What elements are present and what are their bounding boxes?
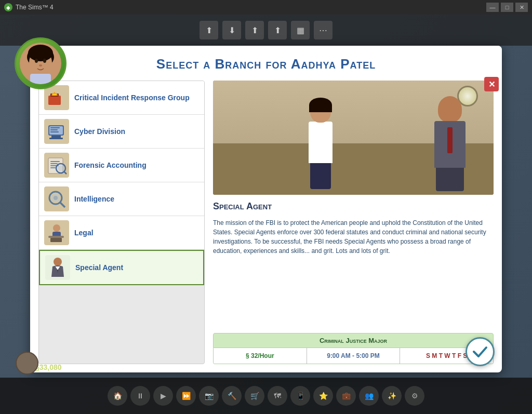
detail-info: Criminal Justice Major § 32/Hour 9:00 AM…: [213, 333, 494, 364]
svg-point-25: [58, 165, 64, 171]
branch-label-special-agent: Special Agent: [75, 263, 123, 272]
svg-rect-36: [50, 238, 62, 242]
svg-rect-6: [30, 74, 51, 84]
detail-description-text: The mission of the FBI is to protect the…: [213, 218, 494, 256]
bottom-btn-skills[interactable]: ⭐: [313, 386, 333, 406]
branch-list: Critical Incident Response Group: [38, 81, 205, 364]
female-hair: [309, 98, 332, 112]
detail-major: Criminal Justice Major: [213, 333, 494, 348]
branch-item-legal[interactable]: Legal: [39, 216, 204, 250]
branch-item-cyber-division[interactable]: Cyber Division: [39, 115, 204, 149]
modal-close-button[interactable]: ✕: [484, 77, 499, 91]
female-character: [309, 100, 332, 189]
game-bottom-bar: 🏠 ⏸ ▶ ⏩ 📷 🔨 🛒 🗺 📱 ⭐ 💼 👥 ✨ ⚙: [0, 378, 532, 414]
modal-title: Select a Branch for Aadhya Patel: [43, 56, 489, 72]
toolbar-btn-3[interactable]: ⬆: [245, 21, 264, 39]
money-display: §33,080: [35, 363, 62, 371]
toolbar-btn-6[interactable]: ⋯: [314, 21, 332, 39]
bottom-btn-aspiration[interactable]: ✨: [382, 386, 402, 406]
branch-selection-modal: Select a Branch for Aadhya Patel Critica…: [30, 46, 502, 372]
branch-item-critical-incident[interactable]: Critical Incident Response Group: [39, 81, 204, 115]
stat-hours: 9:00 AM - 5:00 PM: [307, 348, 401, 364]
svg-point-31: [54, 196, 58, 200]
female-head: [310, 100, 331, 123]
branch-label-legal: Legal: [74, 229, 94, 237]
branch-label-forensic: Forensic Accounting: [74, 161, 147, 169]
svg-point-5: [39, 64, 42, 66]
app-icon: ◆: [4, 3, 12, 11]
detail-image: [213, 81, 494, 195]
confirm-button[interactable]: [466, 337, 495, 366]
toolbar-btn-2[interactable]: ⬇: [222, 21, 241, 39]
branch-icon-forensic: [44, 153, 69, 178]
svg-point-4: [43, 59, 46, 63]
avatar-face: [20, 43, 61, 84]
bottom-btn-phone[interactable]: 📱: [290, 386, 310, 406]
svg-rect-17: [50, 131, 59, 132]
scene-background: [213, 81, 494, 195]
branch-item-forensic-accounting[interactable]: Forensic Accounting: [39, 149, 204, 182]
close-button[interactable]: ✕: [515, 3, 528, 12]
detail-title-text: Special Agent: [213, 201, 494, 212]
detail-stats: § 32/Hour 9:00 AM - 5:00 PM S M T W T F …: [213, 348, 494, 364]
branch-label-cyber: Cyber Division: [74, 127, 125, 136]
male-tie: [447, 127, 453, 153]
svg-rect-16: [50, 129, 58, 130]
bottom-btn-home[interactable]: 🏠: [108, 386, 127, 406]
toolbar-btn-1[interactable]: ⬆: [200, 21, 218, 39]
title-bar: ◆ The Sims™ 4 — □ ✕: [0, 0, 532, 15]
branch-label-critical: Critical Incident Response Group: [74, 94, 190, 102]
male-body: [434, 121, 466, 168]
svg-rect-35: [48, 236, 64, 238]
bottom-btn-camera[interactable]: 📷: [199, 386, 219, 406]
bottom-btn-fast[interactable]: ⏩: [176, 386, 196, 406]
branch-label-intelligence: Intelligence: [74, 195, 114, 203]
male-legs: [436, 168, 464, 191]
svg-rect-8: [48, 96, 61, 105]
male-torso-wrapper: [434, 122, 466, 168]
svg-rect-15: [50, 127, 60, 128]
avatar: [15, 37, 66, 89]
bottom-btn-buy[interactable]: 🛒: [245, 386, 264, 406]
window-title: The Sims™ 4: [16, 4, 54, 11]
bottom-btn-job[interactable]: 💼: [336, 386, 356, 406]
svg-rect-14: [49, 138, 63, 139]
bottom-btn-settings[interactable]: ⚙: [405, 386, 424, 406]
game-toolbar: ⬆ ⬇ ⬆ ⬆ ▦ ⋯: [0, 15, 532, 46]
branch-icon-cyber: [44, 119, 69, 144]
window-controls: — □ ✕: [486, 3, 528, 12]
bottom-btn-social[interactable]: 👥: [359, 386, 379, 406]
checkmark-icon: [472, 343, 488, 360]
svg-point-2: [28, 45, 53, 61]
female-body: [309, 122, 332, 163]
branch-icon-legal: [44, 220, 69, 245]
svg-rect-21: [50, 163, 58, 164]
bottom-btn-build[interactable]: 🔨: [222, 386, 242, 406]
bottom-btn-play[interactable]: ▶: [153, 386, 173, 406]
svg-point-33: [53, 224, 60, 232]
branch-icon-intelligence: [44, 186, 69, 211]
detail-panel: Special Agent The mission of the FBI is …: [213, 81, 494, 364]
modal-content: Critical Incident Response Group: [30, 81, 502, 372]
minimize-button[interactable]: —: [486, 3, 499, 12]
svg-rect-20: [50, 161, 60, 162]
svg-rect-23: [50, 167, 56, 168]
female-legs: [310, 163, 331, 189]
maximize-button[interactable]: □: [501, 3, 513, 12]
stat-pay: § 32/Hour: [214, 348, 307, 364]
branch-item-intelligence[interactable]: Intelligence: [39, 182, 204, 216]
svg-rect-13: [51, 136, 61, 138]
branch-icon-critical: [44, 85, 69, 110]
mini-avatar: [16, 352, 38, 375]
bottom-btn-pause[interactable]: ⏸: [130, 386, 150, 406]
branch-item-special-agent[interactable]: Special Agent: [39, 250, 204, 285]
bottom-btn-map[interactable]: 🗺: [268, 386, 287, 406]
toolbar-btn-4[interactable]: ⬆: [268, 21, 287, 39]
branch-icon-special-agent: [45, 255, 70, 280]
male-head: [438, 96, 462, 122]
toolbar-btn-5[interactable]: ▦: [291, 21, 310, 39]
modal-header: Select a Branch for Aadhya Patel: [30, 46, 502, 81]
svg-point-38: [54, 258, 62, 266]
svg-point-3: [35, 59, 38, 63]
male-character: [434, 96, 466, 191]
